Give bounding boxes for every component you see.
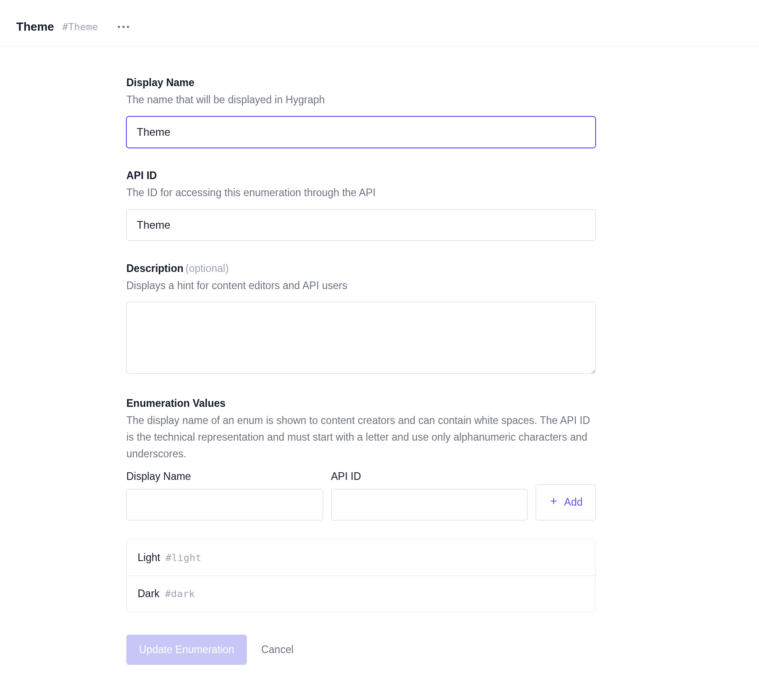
enum-row-apiid: #dark — [165, 588, 195, 599]
enum-row-dark[interactable]: Dark #dark — [127, 576, 595, 612]
api-id-hint: The ID for accessing this enumeration th… — [126, 184, 596, 201]
enum-col-displayname-label: Display Name — [126, 470, 323, 483]
enum-row-name: Dark — [138, 588, 160, 600]
api-id-label: API ID — [126, 170, 157, 181]
description-group: Description (optional) Displays a hint f… — [126, 262, 596, 376]
add-enum-button[interactable]: Add — [536, 484, 596, 520]
plus-icon — [549, 496, 559, 509]
enum-row-apiid: #light — [166, 552, 201, 563]
add-enum-label: Add — [564, 496, 583, 508]
description-hint: Displays a hint for content editors and … — [126, 277, 596, 294]
enum-input-row: Display Name API ID Add — [126, 470, 596, 520]
enum-values-hint: The display name of an enum is shown to … — [126, 412, 596, 462]
display-name-group: Display Name The name that will be displ… — [126, 77, 596, 148]
description-label: Description — [126, 262, 184, 274]
description-optional: (optional) — [185, 262, 229, 274]
ellipsis-icon — [118, 26, 120, 28]
update-enumeration-button[interactable]: Update Enumeration — [126, 635, 247, 665]
page-header: Theme #Theme — [0, 0, 759, 47]
cancel-button[interactable]: Cancel — [261, 644, 294, 656]
page-title: Theme — [16, 20, 54, 34]
form-actions: Update Enumeration Cancel — [126, 635, 596, 665]
enum-apiid-input[interactable] — [331, 489, 528, 520]
description-input[interactable] — [126, 302, 596, 374]
display-name-hint: The name that will be displayed in Hygra… — [126, 92, 596, 108]
enum-displayname-input[interactable] — [126, 489, 323, 520]
display-name-label: Display Name — [126, 77, 194, 88]
form-main: Display Name The name that will be displ… — [0, 47, 596, 665]
more-options-button[interactable] — [115, 23, 132, 31]
display-name-input[interactable] — [126, 116, 596, 148]
enum-col-apiid-label: API ID — [331, 470, 528, 483]
enum-values-group: Enumeration Values The display name of a… — [126, 397, 596, 664]
api-id-group: API ID The ID for accessing this enumera… — [126, 170, 596, 241]
api-id-input[interactable] — [126, 209, 596, 241]
enum-list: Light #light Dark #dark — [126, 539, 596, 612]
page-hash: #Theme — [62, 21, 98, 32]
enum-values-label: Enumeration Values — [126, 397, 226, 409]
enum-row-light[interactable]: Light #light — [127, 540, 595, 576]
enum-row-name: Light — [138, 552, 160, 564]
